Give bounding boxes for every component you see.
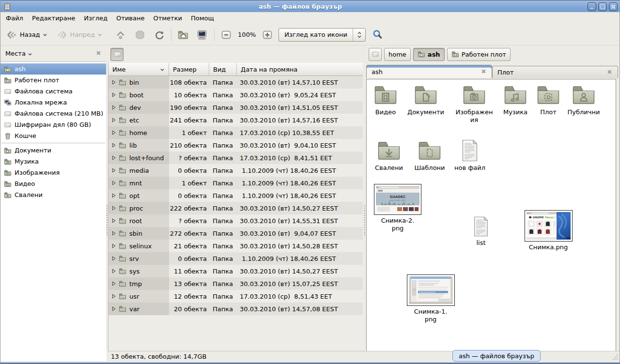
expander-icon[interactable] (111, 306, 117, 311)
up-button[interactable] (112, 27, 129, 43)
table-row[interactable]: boot 10 обекта Папка 30.03.2010 (вт) 9,0… (108, 89, 363, 101)
places-item[interactable]: Работен плот (0, 75, 106, 86)
icon-view-item[interactable]: Снимка.png (522, 210, 575, 251)
table-row[interactable]: root ? обекта Папка 30.03.2010 (вт) 14,5… (108, 214, 363, 227)
places-item[interactable]: Локална мрежа (0, 97, 106, 108)
zoom-in-button[interactable] (259, 27, 276, 43)
table-row[interactable]: var 20 обекта Папка 30.03.2010 (вт) 14,5… (108, 303, 363, 315)
icon-view-item[interactable]: list (454, 216, 508, 247)
table-row[interactable]: srv 0 обекта Папка 1.10.2009 (чт) 18,40,… (108, 252, 363, 265)
expander-icon[interactable] (111, 269, 117, 273)
minimize-button[interactable] (588, 2, 596, 11)
sidebar-mode-select[interactable]: Места (4, 49, 34, 58)
file-icon (409, 276, 453, 304)
expander-icon[interactable] (111, 218, 117, 223)
forward-button[interactable]: Напред (54, 27, 105, 43)
table-row[interactable]: media 0 обекта Папка 1.10.2009 (чт) 18,4… (108, 164, 363, 177)
titlebar[interactable]: ash — файлов браузър (0, 0, 620, 12)
table-row[interactable]: home 1 обект Папка 17.03.2010 (ср) 10,38… (108, 126, 363, 139)
table-row[interactable]: lost+found ? обекта Папка 17.03.2010 (ср… (108, 152, 363, 164)
table-row[interactable]: dev 190 обекта Папка 30.03.2010 (вт) 14,… (108, 101, 363, 114)
resize-grip[interactable] (612, 354, 619, 361)
expander-icon[interactable] (111, 92, 117, 97)
expander-icon[interactable] (111, 130, 117, 135)
home-button[interactable] (175, 27, 191, 43)
places-item[interactable]: Документи (0, 145, 106, 156)
places-item[interactable]: Музика (0, 156, 106, 167)
table-row[interactable]: tmp 13 обекта Папка 30.03.2010 (вт) 15,0… (108, 277, 363, 290)
places-item[interactable]: Свалени (0, 189, 106, 200)
table-row[interactable]: usr 12 обекта Папка 17.03.2010 (ср) 8,51… (108, 290, 363, 303)
table-row[interactable]: sys 11 обекта Папка 30.03.2010 (вт) 14,5… (108, 265, 363, 277)
menu-item[interactable]: Отметки (149, 13, 186, 23)
menu-item[interactable]: Файл (1, 13, 28, 23)
places-item[interactable]: Кошче (0, 130, 106, 141)
expander-icon[interactable] (111, 155, 117, 160)
menu-item[interactable]: Редактиране (28, 13, 79, 23)
table-row[interactable]: sbin 272 обекта Папка 30.03.2010 (вт) 9,… (108, 227, 363, 240)
icon-view-item[interactable]: Документи (399, 83, 452, 116)
expander-icon[interactable] (111, 243, 117, 248)
places-item[interactable]: Шифриран дял (80 GB) (0, 119, 106, 130)
table-row[interactable]: bin 108 обекта Папка 30.03.2010 (вт) 14,… (108, 76, 363, 89)
breadcrumb-button[interactable]: Работен плот (447, 48, 511, 61)
table-row[interactable]: etc 241 обекта Папка 30.03.2010 (вт) 14,… (108, 114, 363, 126)
table-row[interactable]: proc 222 обекта Папка 30.03.2010 (вт) 14… (108, 202, 363, 214)
expander-icon[interactable] (111, 281, 117, 286)
menu-item[interactable]: Изглед (79, 13, 112, 23)
search-button[interactable] (371, 28, 385, 42)
back-dropdown-icon[interactable] (43, 32, 47, 37)
sidebar-splitter[interactable] (106, 46, 108, 351)
view-mode-select[interactable]: Изглед като икони (279, 28, 366, 42)
expander-icon[interactable] (111, 181, 117, 185)
icon-view-item[interactable]: Публични (557, 83, 610, 116)
computer-button[interactable] (193, 27, 211, 43)
breadcrumb-root[interactable] (369, 48, 382, 61)
reload-button[interactable] (151, 27, 168, 43)
expander-icon[interactable] (111, 206, 117, 211)
icon-view-item[interactable]: Снимка-1. png (404, 274, 457, 323)
expander-icon[interactable] (111, 193, 117, 198)
expander-icon[interactable] (111, 105, 117, 110)
back-button[interactable]: Назад (3, 27, 50, 43)
menu-item[interactable]: Отиване (112, 13, 149, 23)
expander-icon[interactable] (111, 168, 117, 173)
expander-icon[interactable] (111, 143, 117, 148)
icon-view-item[interactable]: Снимка-2. png (371, 184, 424, 232)
breadcrumb-button[interactable]: ash (413, 48, 445, 61)
sidebar-close-button[interactable] (95, 49, 102, 58)
breadcrumb-button[interactable]: home (384, 48, 411, 61)
places-item[interactable]: Файлова система (0, 86, 106, 97)
column-header-name[interactable]: Име (108, 63, 169, 76)
column-header-size[interactable]: Размер (169, 63, 209, 76)
places-item[interactable]: Видео (0, 178, 106, 189)
expander-icon[interactable] (111, 256, 117, 261)
expander-icon[interactable] (111, 231, 117, 236)
expander-icon[interactable] (111, 294, 117, 299)
zoom-out-button[interactable] (218, 27, 234, 43)
table-row[interactable]: opt 0 обекта Папка 1.10.2009 (чт) 18,40,… (108, 189, 363, 202)
view-mode-spinner[interactable] (353, 29, 365, 41)
tab-close-button[interactable] (480, 68, 487, 76)
tab[interactable]: Плот (492, 66, 618, 78)
column-header-type[interactable]: Вид (209, 63, 237, 76)
menu-item[interactable]: Помощ (186, 13, 218, 23)
table-row[interactable]: mnt 1 обект Папка 1.10.2009 (чт) 18,40,2… (108, 177, 363, 189)
pane-splitter[interactable] (363, 46, 366, 351)
column-header-date[interactable]: Дата на промяна (237, 63, 363, 76)
icon-view[interactable]: Видео Документи Изображен ия Музика Плот (366, 79, 616, 351)
places-item[interactable]: ash (0, 63, 106, 75)
places-item[interactable]: Изображения (0, 167, 106, 178)
icon-view-item[interactable]: нов файл (443, 139, 496, 172)
expander-icon[interactable] (111, 118, 117, 122)
places-item[interactable]: Файлова система (210 MB) (0, 108, 106, 119)
breadcrumb-root[interactable] (110, 48, 124, 61)
table-row[interactable]: selinux 21 обекта Папка 30.03.2010 (вт) … (108, 240, 363, 252)
maximize-button[interactable] (598, 2, 607, 11)
expander-icon[interactable] (111, 80, 117, 85)
table-row[interactable]: lib 210 обекта Папка 30.03.2010 (вт) 9,0… (108, 139, 363, 152)
tab-close-button[interactable] (606, 68, 613, 76)
tab[interactable]: ash (366, 65, 492, 78)
stop-button[interactable] (132, 27, 148, 43)
close-button[interactable] (609, 2, 618, 11)
